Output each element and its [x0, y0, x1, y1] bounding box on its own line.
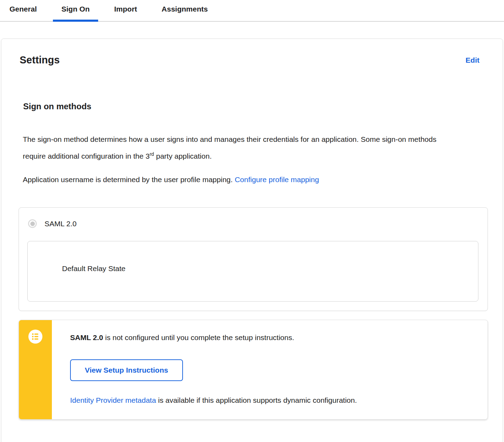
- ordinal-superscript: rd: [150, 151, 154, 157]
- default-relay-state-label: Default Relay State: [62, 264, 125, 272]
- metadata-note-rest: is available if this application support…: [156, 396, 357, 404]
- settings-card-header: Settings Edit: [19, 54, 488, 66]
- warning-banner-content: SAML 2.0 is not configured until you com…: [52, 320, 488, 419]
- description-text-tail: party application.: [154, 152, 212, 160]
- tab-sign-on[interactable]: Sign On: [53, 2, 98, 22]
- warning-message: SAML 2.0 is not configured until you com…: [70, 332, 474, 344]
- saml-setup-warning-banner: SAML 2.0 is not configured until you com…: [19, 320, 488, 420]
- metadata-note: Identity Provider metadata is available …: [70, 394, 474, 406]
- identity-provider-metadata-link[interactable]: Identity Provider metadata: [70, 396, 156, 404]
- sign-on-methods-description: The sign-on method determines how a user…: [23, 131, 461, 165]
- username-mapping-note: Application username is determined by th…: [23, 174, 488, 186]
- tab-assignments[interactable]: Assignments: [153, 2, 216, 22]
- tab-import[interactable]: Import: [106, 2, 145, 22]
- saml-radio-row: SAML 2.0: [19, 208, 488, 228]
- saml-method-box: SAML 2.0 Default Relay State: [19, 207, 488, 311]
- edit-settings-link[interactable]: Edit: [465, 56, 479, 64]
- description-text: The sign-on method determines how a user…: [23, 135, 436, 160]
- app-tab-bar: General Sign On Import Assignments: [0, 0, 504, 22]
- username-note-text: Application username is determined by th…: [23, 175, 235, 184]
- sign-on-methods-heading: Sign on methods: [23, 102, 488, 111]
- warning-message-rest: is not configured until you complete the…: [103, 333, 294, 341]
- configure-profile-mapping-link[interactable]: Configure profile mapping: [235, 175, 319, 184]
- page-title: Settings: [20, 54, 60, 66]
- warning-stripe: [19, 320, 52, 419]
- view-setup-instructions-button[interactable]: View Setup Instructions: [70, 359, 183, 381]
- saml-radio-label: SAML 2.0: [45, 220, 76, 228]
- saml-radio-button[interactable]: [28, 219, 37, 228]
- default-relay-state-box: Default Relay State: [27, 241, 478, 302]
- warning-message-bold: SAML 2.0: [70, 333, 103, 341]
- setup-instructions-list-icon: [28, 330, 42, 344]
- settings-card: Settings Edit Sign on methods The sign-o…: [1, 39, 503, 442]
- tab-general[interactable]: General: [1, 2, 45, 22]
